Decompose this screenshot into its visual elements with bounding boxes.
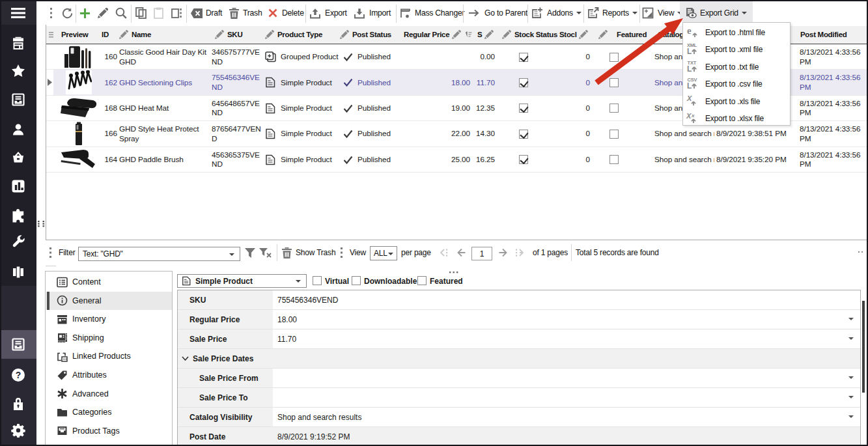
svg-text:?: ?	[16, 370, 21, 380]
svg-text:X: X	[686, 94, 692, 102]
svg-text:X: X	[686, 112, 692, 120]
svg-text:x: x	[691, 113, 695, 118]
